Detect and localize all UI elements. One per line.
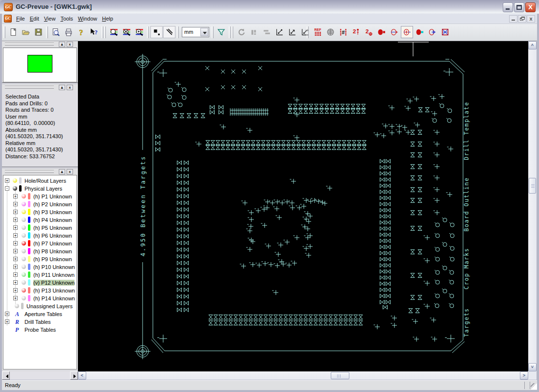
context-help-button[interactable]: ? <box>88 26 100 38</box>
pane-grip[interactable] <box>5 43 54 46</box>
pane-close-button[interactable]: x <box>67 169 73 174</box>
step-2-target-button[interactable]: 2 <box>363 26 375 38</box>
tree-expand-box[interactable]: + <box>5 178 9 183</box>
layer-visibility-dot[interactable] <box>22 210 26 214</box>
pad-solid-button[interactable] <box>375 26 388 38</box>
tree-item-label[interactable]: Unassigned Layers <box>26 303 73 309</box>
tree-expand-box[interactable]: + <box>13 249 18 253</box>
tree-expand-box[interactable]: + <box>5 312 9 316</box>
layer-color-bar[interactable] <box>28 264 30 270</box>
layer-visibility-dot[interactable] <box>13 186 17 191</box>
vscroll-thumb[interactable] <box>529 178 536 194</box>
maximize-button[interactable] <box>514 2 524 12</box>
document-icon[interactable]: GC <box>4 15 12 23</box>
mdi-minimize-button[interactable] <box>509 15 517 23</box>
pane-collapse-button[interactable]: ▲ <box>59 169 65 174</box>
layer-color-bar[interactable] <box>28 240 30 246</box>
tree-item-label[interactable]: Hole/Rout Layers <box>24 178 66 184</box>
pad-open-d-button[interactable] <box>426 26 439 38</box>
tree-item[interactable]: +(h) P1 Unknown <box>3 193 76 200</box>
tree-item[interactable]: +Hole/Rout Layers <box>3 177 76 185</box>
layer-color-bar[interactable] <box>28 224 30 231</box>
tree-item[interactable]: +(h) P8 Unknown <box>3 247 76 255</box>
point-mode-button[interactable] <box>150 26 163 38</box>
viewport-vscrollbar[interactable]: ˄ ˅ <box>528 41 537 371</box>
mdi-close-button[interactable]: x <box>527 15 535 23</box>
tree-item-label[interactable]: (h) P5 Unknown <box>33 225 72 231</box>
menu-tools[interactable]: Tools <box>58 14 75 24</box>
viewport-hscrollbar[interactable]: ˂ ˃ <box>78 371 528 380</box>
tree-item-label[interactable]: Physical Layers <box>24 186 62 192</box>
layer-visibility-dot[interactable] <box>22 288 26 293</box>
filter-button[interactable] <box>215 26 227 38</box>
ref-grid-button[interactable]: REF <box>312 26 324 38</box>
tree-item-label[interactable]: (h) P14 Unknown <box>33 295 75 301</box>
layer-visibility-dot[interactable] <box>22 202 26 206</box>
zoom-window-button[interactable] <box>133 26 146 38</box>
layer-color-bar[interactable] <box>28 271 30 278</box>
layer-visibility-dot[interactable] <box>22 280 26 285</box>
tree-item[interactable]: +(h) P5 Unknown <box>3 224 76 232</box>
layer-visibility-dot[interactable] <box>13 178 17 183</box>
tree-item-label[interactable]: (h) P9 Unknown <box>33 256 72 262</box>
pane-grip[interactable] <box>5 86 54 89</box>
tree-expand-box[interactable]: + <box>13 257 18 261</box>
mdi-restore-button[interactable] <box>518 15 526 23</box>
layer-color-bar[interactable] <box>19 177 22 184</box>
tree-item-label[interactable]: Drill Tables <box>24 319 51 325</box>
tree-item[interactable]: +(h) P7 Unknown <box>3 240 76 247</box>
tree-item[interactable]: Unassigned Layers <box>3 302 76 310</box>
tree-item[interactable]: PProbe Tables <box>3 326 76 334</box>
step-2-up-button[interactable]: 2 <box>350 26 362 38</box>
tree-expand-box[interactable]: + <box>13 272 18 277</box>
line-mode-button[interactable] <box>163 26 175 38</box>
open-button[interactable] <box>20 26 32 38</box>
tree-item[interactable]: +RDrill Tables <box>3 318 76 326</box>
tree-item[interactable]: +(h) P2 Unknown <box>3 200 76 208</box>
info-pane-header[interactable]: ▲ x <box>2 84 78 91</box>
overview-panel[interactable] <box>3 48 77 82</box>
tree-item[interactable]: +(h) P4 Unknown <box>3 216 76 224</box>
layer-visibility-dot[interactable] <box>22 233 26 238</box>
pad-hatch-button[interactable] <box>439 26 451 38</box>
tree-expand-box[interactable]: + <box>13 265 18 269</box>
tree-expand-box[interactable]: + <box>13 202 18 206</box>
tree-expand-box[interactable]: + <box>13 225 18 230</box>
rotate-button[interactable] <box>235 26 247 38</box>
tree-item-label[interactable]: Probe Tables <box>24 327 56 333</box>
tree-item-label[interactable]: (h) P4 Unknown <box>33 217 72 223</box>
scroll-right-button[interactable]: ˃ <box>520 371 528 380</box>
tree-item[interactable]: +(h) P10 Unknown <box>3 263 76 271</box>
pad-open-line-button[interactable] <box>388 26 400 38</box>
pane-close-button[interactable]: x <box>67 42 73 47</box>
layer-color-bar[interactable] <box>28 287 30 294</box>
layer-visibility-dot[interactable] <box>22 272 26 277</box>
tree-item-label[interactable]: (h) P2 Unknown <box>33 201 72 207</box>
layer-visibility-dot[interactable] <box>22 225 26 230</box>
menu-file[interactable]: File <box>14 14 27 24</box>
new-button[interactable] <box>7 26 19 38</box>
layer-color-bar[interactable] <box>28 193 30 199</box>
help-button[interactable]: ? <box>75 26 87 38</box>
layer-color-bar[interactable] <box>28 217 30 223</box>
scroll-right-button[interactable] <box>70 371 78 380</box>
layer-color-bar[interactable] <box>28 232 30 239</box>
tree-item[interactable]: +(h) P14 Unknown <box>3 294 76 302</box>
tree-item[interactable]: +(h) P11 Unknown <box>3 271 76 279</box>
tree-item-label[interactable]: (h) P13 Unknown <box>33 288 75 294</box>
overview-pane-header[interactable]: ▲ x <box>2 41 78 48</box>
toolbar-grip[interactable] <box>3 26 5 38</box>
unit-combo[interactable]: mm <box>182 27 209 37</box>
minimize-button[interactable] <box>503 2 513 12</box>
layers-pane-header[interactable]: ▲ x <box>2 169 78 175</box>
tree-item-label[interactable]: (h) P10 Unknown <box>33 264 75 270</box>
sidebar-hscrollbar[interactable] <box>2 371 78 380</box>
tree-expand-box[interactable]: + <box>13 241 18 245</box>
resize-grip[interactable] <box>531 383 537 390</box>
tree-item-label[interactable]: (h) P7 Unknown <box>33 241 72 246</box>
measure-line-button[interactable] <box>286 26 298 38</box>
overview-view-rect[interactable] <box>27 55 52 73</box>
tree-item-label[interactable]: (h) P1 Unknown <box>33 194 72 199</box>
menu-window[interactable]: Window <box>75 14 99 24</box>
tree-item-label[interactable]: (h) P3 Unknown <box>33 209 72 215</box>
